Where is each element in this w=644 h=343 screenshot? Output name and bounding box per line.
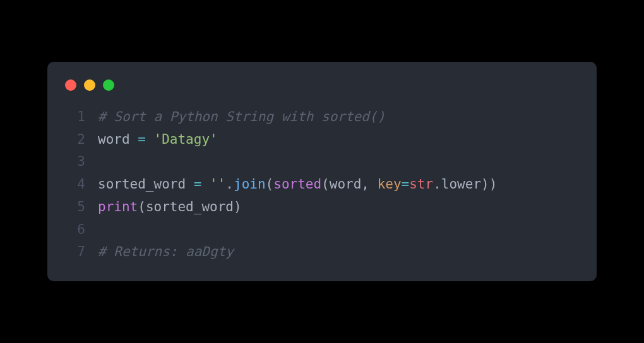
window-controls [65, 79, 579, 91]
object-token: str [409, 177, 433, 192]
code-line: 1 # Sort a Python String with sorted() [65, 106, 579, 129]
line-number: 1 [65, 106, 85, 129]
line-number: 4 [65, 173, 85, 196]
punct-token: ( [266, 177, 274, 192]
code-line: 4 sorted_word = ''.join(sorted(word, key… [65, 173, 579, 196]
code-content: sorted_word = ''.join(sorted(word, key=s… [98, 173, 497, 196]
variable-token: word [98, 132, 130, 147]
punct-token: . [433, 177, 441, 192]
comment-token: # Sort a Python String with sorted() [98, 109, 385, 124]
code-content: print(sorted_word) [98, 196, 242, 219]
maximize-icon[interactable] [103, 79, 114, 91]
line-number: 5 [65, 196, 85, 219]
code-line: 5 print(sorted_word) [65, 196, 579, 219]
punct-token: , [361, 177, 377, 192]
variable-token: sorted_word [146, 199, 234, 214]
kwarg-token: key [378, 177, 402, 192]
code-line: 7 # Returns: aaDgty [65, 241, 579, 264]
punct-token: . [225, 177, 234, 192]
string-token: 'Datagy' [154, 132, 218, 147]
operator-token: = [138, 132, 146, 147]
line-number: 6 [65, 219, 85, 241]
code-content: # Sort a Python String with sorted() [98, 106, 385, 129]
string-token: '' [210, 177, 225, 192]
line-number: 3 [65, 151, 85, 173]
code-area: 1 # Sort a Python String with sorted() 2… [65, 106, 579, 264]
punct-token: ) [481, 177, 489, 192]
minimize-icon[interactable] [84, 79, 95, 91]
line-number: 7 [65, 241, 85, 264]
builtin-token: sorted [273, 177, 321, 192]
code-line: 2 word = 'Datagy' [65, 129, 579, 151]
punct-token: ( [138, 199, 146, 214]
code-content: # Returns: aaDgty [98, 241, 234, 264]
code-content: word = 'Datagy' [98, 129, 218, 151]
variable-token: sorted_word [98, 177, 186, 192]
operator-token: = [194, 177, 202, 192]
code-line: 3 [65, 151, 579, 173]
punct-token: ( [321, 177, 330, 192]
method-token: lower [441, 177, 481, 192]
comment-token: # Returns: aaDgty [98, 244, 234, 259]
close-icon[interactable] [65, 79, 76, 91]
operator-token: = [402, 177, 410, 192]
punct-token: ) [489, 177, 498, 192]
punct-token: ) [234, 199, 242, 214]
function-token: join [234, 177, 266, 192]
builtin-token: print [98, 199, 138, 214]
code-editor-window: 1 # Sort a Python String with sorted() 2… [47, 62, 597, 281]
variable-token: word [330, 177, 362, 192]
code-line: 6 [65, 219, 579, 241]
line-number: 2 [65, 129, 85, 151]
